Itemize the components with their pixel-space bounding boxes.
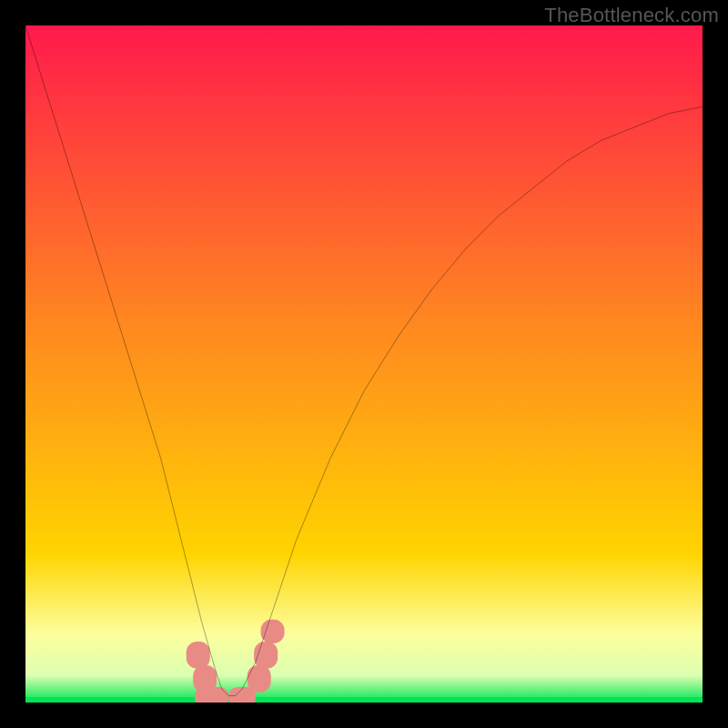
curve-marker [195,687,228,703]
curve-marker [254,642,278,669]
chart-baseline [25,697,703,703]
watermark-text: TheBottleneck.com [544,4,719,27]
curve-marker [187,642,210,669]
bottleneck-chart [25,25,703,703]
curve-marker [248,665,271,693]
chart-background [25,25,703,703]
curve-marker [261,620,285,643]
chart-frame: TheBottleneck.com [0,0,728,728]
